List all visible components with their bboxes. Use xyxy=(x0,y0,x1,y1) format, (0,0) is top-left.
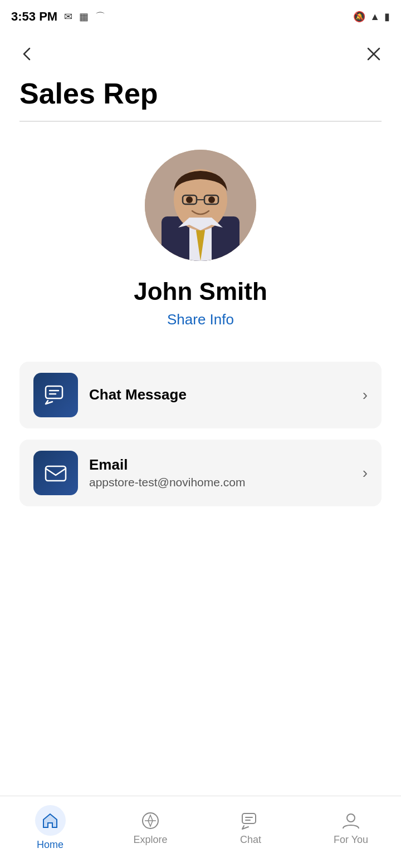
profile-name: John Smith xyxy=(134,278,267,305)
explore-nav-label: Explore xyxy=(133,834,167,846)
email-chevron-icon: › xyxy=(363,464,368,482)
chat-message-icon xyxy=(43,383,68,407)
svg-rect-17 xyxy=(242,813,256,823)
close-button[interactable] xyxy=(363,43,384,68)
focus-icon: ▦ xyxy=(79,11,89,23)
email-card[interactable]: Email appstore-test@novihome.com › xyxy=(19,440,382,506)
for-you-nav-label: For You xyxy=(334,834,368,846)
actions-section: Chat Message › Email appstore-test@novih… xyxy=(0,345,401,523)
share-info-button[interactable]: Share Info xyxy=(167,311,234,328)
home-icon xyxy=(41,812,59,830)
mail-icon: ✉ xyxy=(64,11,72,23)
wifi-icon: ▲ xyxy=(370,11,380,23)
chat-nav-label: Chat xyxy=(240,834,261,846)
chat-message-title: Chat Message xyxy=(89,386,351,403)
avatar xyxy=(145,150,256,261)
email-icon-wrapper xyxy=(33,451,78,495)
person-icon xyxy=(341,811,361,831)
email-subtitle: appstore-test@novihome.com xyxy=(89,476,351,489)
page-title: Sales Rep xyxy=(19,78,382,110)
svg-rect-10 xyxy=(46,386,62,398)
home-nav-label: Home xyxy=(37,839,63,851)
status-time: 3:53 PM xyxy=(11,9,57,24)
battery-icon: ▮ xyxy=(384,11,390,23)
header xyxy=(0,33,401,78)
email-text: Email appstore-test@novihome.com xyxy=(89,456,351,489)
email-icon xyxy=(43,461,68,485)
notification-icon: 🔕 xyxy=(353,11,365,23)
status-bar: 3:53 PM ✉ ▦ ⌒ 🔕 ▲ ▮ xyxy=(0,0,401,33)
svg-point-8 xyxy=(186,196,193,203)
nav-item-chat[interactable]: Chat xyxy=(200,805,301,851)
signal-icon: ⌒ xyxy=(95,10,105,23)
svg-point-20 xyxy=(347,814,355,822)
chat-message-text: Chat Message xyxy=(89,386,351,403)
nav-item-home[interactable]: Home xyxy=(0,800,100,856)
explore-icon xyxy=(140,811,160,831)
chat-icon-wrapper xyxy=(33,373,78,417)
home-active-bg xyxy=(35,805,66,836)
chat-nav-icon xyxy=(241,811,261,831)
svg-rect-13 xyxy=(46,466,66,481)
nav-item-for-you[interactable]: For You xyxy=(301,805,401,851)
bottom-nav: Home Explore Chat For You xyxy=(0,796,401,868)
chat-chevron-icon: › xyxy=(363,386,368,404)
svg-point-9 xyxy=(208,196,215,203)
back-button[interactable] xyxy=(17,43,38,68)
page-title-section: Sales Rep xyxy=(0,78,401,121)
email-title: Email xyxy=(89,456,351,474)
profile-section: John Smith Share Info xyxy=(0,122,401,345)
nav-item-explore[interactable]: Explore xyxy=(100,805,200,851)
chat-message-card[interactable]: Chat Message › xyxy=(19,362,382,428)
